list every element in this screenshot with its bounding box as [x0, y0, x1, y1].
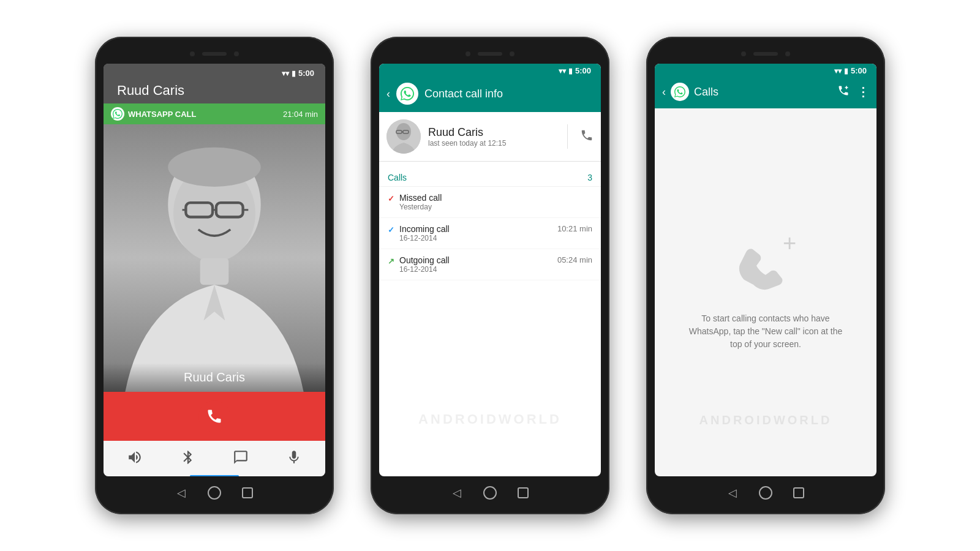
recents-square-2 — [518, 487, 529, 498]
speaker-slot-2 — [478, 52, 502, 56]
outgoing-call-date: 16-12-2014 — [399, 265, 450, 274]
missed-call-date: Yesterday — [399, 203, 442, 211]
status-bar-3: ▾▾ ▮ 5:00 — [660, 64, 872, 78]
home-circle-3 — [759, 486, 772, 500]
phone-2-screen: ▾▾ ▮ 5:00 ‹ Contact call info — [379, 64, 601, 476]
end-call-bar[interactable] — [104, 392, 325, 441]
chat-button[interactable] — [233, 449, 249, 465]
phone-2-nav: ◁ — [379, 476, 601, 503]
phone-plus-illustration: + — [729, 234, 802, 298]
calls-toolbar-actions: ⋮ — [837, 84, 869, 100]
incoming-call-date: 16-12-2014 — [399, 234, 450, 242]
back-triangle-3: ◁ — [728, 486, 737, 500]
svg-rect-8 — [200, 258, 229, 285]
sensor-dot-2 — [510, 51, 514, 56]
calls-toolbar-left: ‹ Calls — [662, 83, 718, 101]
chat-icon — [233, 449, 249, 465]
phone-3-top-bar — [655, 48, 876, 60]
battery-icon-2: ▮ — [568, 67, 573, 75]
incoming-call-type: Incoming call — [399, 224, 450, 234]
call-actions — [104, 441, 325, 474]
status-time: 5:00 — [298, 69, 314, 78]
call-item-left-outgoing: ↗ Outgoing call 16-12-2014 — [388, 255, 450, 274]
camera-dot-2 — [466, 51, 470, 56]
speaker-icon — [127, 449, 143, 465]
phone-3-nav: ◁ — [655, 476, 876, 503]
recents-square-3 — [793, 487, 804, 498]
nav-recents-button[interactable] — [241, 486, 254, 500]
watermark-2: ANDROIDWORLD — [379, 411, 601, 427]
teal-header: ▾▾ ▮ 5:00 ‹ Contact call info — [379, 64, 601, 112]
speaker-button[interactable] — [127, 449, 143, 465]
whatsapp-call-bar: WHATSAPP CALL 21:04 min — [104, 103, 325, 124]
nav-recents-button-3[interactable] — [792, 486, 805, 500]
calls-count-badge: 3 — [587, 173, 592, 182]
phone-3: ▾▾ ▮ 5:00 ‹ Calls — [646, 37, 885, 514]
call-item-incoming[interactable]: ✓ Incoming call 16-12-2014 10:21 min — [379, 218, 601, 249]
nav-home-button[interactable] — [208, 486, 221, 500]
vertical-divider — [567, 124, 568, 149]
calls-section: Calls 3 ✓ Missed call Yesterday ✓ — [379, 167, 601, 280]
calls-section-header: Calls 3 — [379, 167, 601, 187]
call-duration: 21:04 min — [283, 110, 318, 119]
overflow-menu-icon[interactable]: ⋮ — [857, 84, 869, 99]
incoming-call-duration: 10:21 min — [557, 224, 592, 233]
contact-avatar-img — [386, 119, 421, 154]
calls-screen-title: Calls — [694, 86, 718, 99]
mute-button[interactable] — [286, 449, 302, 465]
nav-back-button[interactable]: ◁ — [175, 486, 188, 500]
active-call-screen: ▾▾ ▮ 5:00 Ruud Caris WHATSAPP CALL — [104, 64, 325, 476]
wa-call-label-group: WHATSAPP CALL — [111, 107, 196, 121]
call-item-outgoing[interactable]: ↗ Outgoing call 16-12-2014 05:24 min — [379, 249, 601, 280]
incoming-call-text: Incoming call 16-12-2014 — [399, 224, 450, 242]
contact-avatar — [386, 119, 421, 154]
missed-call-text: Missed call Yesterday — [399, 193, 442, 211]
home-circle-2 — [483, 486, 497, 500]
caller-photo-overlay: Ruud Caris — [104, 363, 325, 392]
bluetooth-button[interactable] — [180, 449, 196, 465]
hangup-icon — [206, 408, 223, 425]
calls-toolbar: ▾▾ ▮ 5:00 ‹ Calls — [655, 64, 876, 108]
nav-back-button-2[interactable]: ◁ — [450, 486, 464, 500]
phone-1: ▾▾ ▮ 5:00 Ruud Caris WHATSAPP CALL — [95, 37, 334, 514]
outgoing-call-type: Outgoing call — [399, 255, 450, 265]
status-bar-1: ▾▾ ▮ 5:00 — [110, 66, 319, 80]
contact-call-info-title: Contact call info — [424, 88, 503, 100]
camera-dot-3 — [741, 51, 746, 56]
missed-call-arrow: ✓ — [388, 194, 394, 203]
phone-3-screen: ▾▾ ▮ 5:00 ‹ Calls — [655, 64, 876, 476]
phone-1-nav: ◁ — [104, 476, 325, 503]
back-arrow-button-3[interactable]: ‹ — [662, 86, 666, 99]
mute-icon — [286, 449, 302, 465]
nav-home-button-2[interactable] — [483, 486, 497, 500]
status-time-3: 5:00 — [851, 66, 867, 75]
phone-1-screen: ▾▾ ▮ 5:00 Ruud Caris WHATSAPP CALL — [104, 64, 325, 476]
back-arrow-button[interactable]: ‹ — [386, 88, 390, 100]
caller-photo: Ruud Caris — [104, 124, 325, 392]
phone-1-top-bar — [104, 48, 325, 60]
sensor-dot-3 — [785, 51, 790, 56]
call-contact-button[interactable] — [580, 129, 594, 145]
calls-section-label: Calls — [388, 173, 407, 182]
phone-2-top-bar — [379, 48, 601, 60]
call-item-left-incoming: ✓ Incoming call 16-12-2014 — [388, 224, 450, 242]
whatsapp-circle-3 — [671, 83, 689, 101]
back-triangle-2: ◁ — [453, 486, 461, 500]
nav-home-button-3[interactable] — [759, 486, 772, 500]
battery-icon-3: ▮ — [844, 67, 848, 75]
end-call-button[interactable] — [198, 400, 230, 432]
calls-toolbar-title-bar: ‹ Calls — [660, 78, 872, 108]
empty-calls-body: + To start calling contacts who have Wha… — [655, 108, 876, 476]
contact-name: Ruud Caris — [428, 126, 555, 139]
recents-square — [242, 487, 253, 498]
teal-title-bar: ‹ Contact call info — [384, 78, 596, 112]
caller-svg — [104, 124, 325, 392]
outgoing-call-arrow: ↗ — [388, 257, 394, 266]
nav-recents-button-2[interactable] — [516, 486, 530, 500]
status-time-2: 5:00 — [575, 66, 591, 75]
new-call-toolbar-icon[interactable] — [837, 84, 850, 100]
call-item-missed[interactable]: ✓ Missed call Yesterday — [379, 187, 601, 218]
phone-2: ▾▾ ▮ 5:00 ‹ Contact call info — [371, 37, 609, 514]
wa-logo-icon-3 — [674, 86, 685, 97]
nav-back-button-3[interactable]: ◁ — [726, 486, 739, 500]
